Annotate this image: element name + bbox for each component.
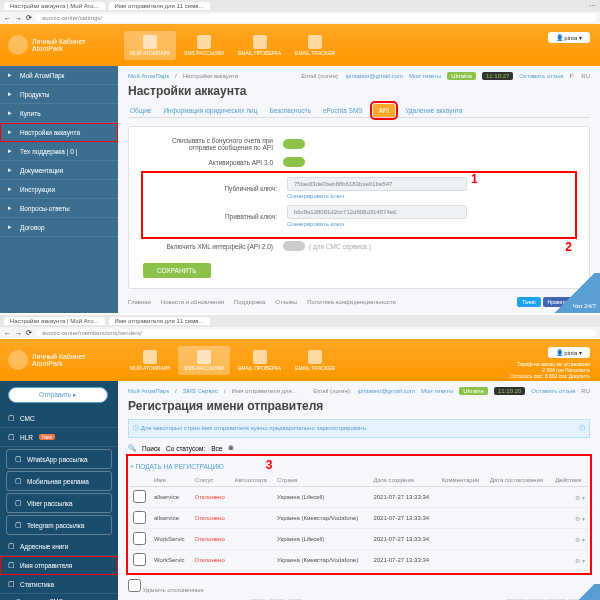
senders-table: ИмяСтатусАвтооплатаСтранаДата созданияКо… xyxy=(130,474,588,571)
table-row: allserviceОтклоненоУкраина (Киевстар/Vod… xyxy=(130,508,588,529)
address-bar: ← → ⟳ atomic.center/settings/ xyxy=(0,12,600,24)
sidebar-item[interactable]: ▢Имя отправителя xyxy=(0,556,118,575)
url-field[interactable]: atomic.center/settings/ xyxy=(36,14,596,22)
bonus-toggle[interactable] xyxy=(283,139,305,149)
sidebar-item[interactable]: ▸Мой АтомПарк xyxy=(0,66,118,85)
row-check[interactable] xyxy=(133,532,146,545)
logo[interactable]: Личный КабинетAtomPark xyxy=(8,350,118,370)
row-check[interactable] xyxy=(133,490,146,503)
sidebar-item[interactable]: ▢Viber рассылка xyxy=(6,493,112,513)
sidebar-item[interactable]: ▸Тех поддержка | 0 | xyxy=(0,142,118,161)
browser-tab[interactable]: Настройки аккаунта | Мой Ато... xyxy=(4,2,105,10)
topnav-item[interactable]: SMS РАССЫЛКИ xyxy=(178,31,230,60)
status-filter[interactable]: Все xyxy=(211,445,222,452)
app-header: Личный КабинетAtomPark МОЙ АТОМПАРКSMS Р… xyxy=(0,24,600,66)
user-button[interactable]: 👤 pinta ▾ xyxy=(548,32,590,43)
private-key-field[interactable]: b6c8a128081d2cc712d808d314574e6 xyxy=(287,205,467,219)
browser-tab[interactable]: Имя отправителя для 11 симв... xyxy=(109,317,210,325)
search-icon: 🔍 xyxy=(128,444,136,452)
footer: ГлавнаяНовости и обновленияПоддержкаОтзы… xyxy=(128,297,590,307)
api2-toggle[interactable] xyxy=(283,241,305,251)
dots-icon: ⋯ xyxy=(589,2,596,10)
topnav-item[interactable]: EMAIL ПРОВЕРКА xyxy=(232,346,287,375)
topnav-item[interactable]: EMAIL ПРОВЕРКА xyxy=(232,31,287,60)
sidebar-item[interactable]: ▢СМС xyxy=(0,409,118,428)
footer-link[interactable]: Отзывы xyxy=(275,299,297,305)
topnav-item[interactable]: МОЙ АТОМПАРК xyxy=(124,31,176,60)
tickets-link[interactable]: Мои тикеты xyxy=(409,73,441,79)
topnav-item[interactable]: EMAIL TRACKER xyxy=(289,346,341,375)
api3-toggle[interactable] xyxy=(283,157,305,167)
reload-icon[interactable]: ⟳ xyxy=(26,329,32,337)
sidebar-item[interactable]: ▸Документация xyxy=(0,161,118,180)
sidebar-item[interactable]: ▸Вопросы-ответы xyxy=(0,199,118,218)
logo[interactable]: Личный КабинетAtomPark xyxy=(8,35,118,55)
tab-0[interactable]: Общие xyxy=(128,104,153,117)
footer-link[interactable]: Поддержка xyxy=(234,299,265,305)
table-row: allserviceОтклоненоУкраина (Lifecell)202… xyxy=(130,487,588,508)
sidebar-item[interactable]: ▸Продукты xyxy=(0,85,118,104)
back-icon[interactable]: ← xyxy=(4,330,11,337)
address-bar: ← → ⟳ atomic.center/members/sms/senders/ xyxy=(0,327,600,339)
user-button[interactable]: 👤 pinta ▾ xyxy=(548,347,590,358)
topnav-item[interactable]: МОЙ АТОМПАРК xyxy=(124,346,176,375)
gen-key-link[interactable]: Сгенерировать ключ xyxy=(287,221,467,227)
top-nav: МОЙ АТОМПАРКSMS РАССЫЛКИEMAIL ПРОВЕРКАEM… xyxy=(124,346,341,375)
fwd-icon[interactable]: → xyxy=(15,330,22,337)
tab-1[interactable]: Информация юридических лиц xyxy=(161,104,259,117)
footer-link[interactable]: Главная xyxy=(128,299,151,305)
top-nav: МОЙ АТОМПАРКSMS РАССЫЛКИEMAIL ПРОВЕРКАEM… xyxy=(124,31,341,60)
sidebar-item[interactable]: ▢Адресные книги xyxy=(0,537,118,556)
gen-key-link[interactable]: Сгенерировать ключ xyxy=(287,193,467,199)
footer-link[interactable]: Политика конфиденциальности xyxy=(307,299,396,305)
content-area: Мой АтомПарк / Настройки аккаунта Email … xyxy=(118,66,600,313)
sidebar-item[interactable]: ▢Статистика xyxy=(0,575,118,594)
gear-icon[interactable]: ⚙ xyxy=(575,495,580,501)
chat-widget[interactable]: Чат 24/7 xyxy=(550,584,600,600)
gear-icon[interactable]: ⚙ xyxy=(575,516,580,522)
register-link[interactable]: + ПОДАТЬ НА РЕГИСТРАЦИЮ xyxy=(130,463,224,470)
flag-icon: 🏳 xyxy=(569,73,575,79)
sidebar-item[interactable]: ▸Купить xyxy=(0,104,118,123)
public-key-field[interactable]: 75bedf3de0beb8ffb6183bae01be547 xyxy=(287,177,467,191)
search-link[interactable]: Поиск xyxy=(142,445,160,452)
browser-tab[interactable]: Имя отправителя для 11 симв... xyxy=(109,2,210,10)
sidebar: Отправить ▸ ▢СМС▢HLRNew▢WhatsApp рассылк… xyxy=(0,381,118,600)
tab-4[interactable]: API xyxy=(373,104,395,117)
sidebar-item[interactable]: ▢HLRNew xyxy=(0,428,118,447)
sidebar-item[interactable]: ▸Договор xyxy=(0,218,118,237)
browser-tab[interactable]: Настройки аккаунта | Мой Ато... xyxy=(4,317,105,325)
tweet-btn[interactable]: Tweet xyxy=(517,297,540,307)
gear-icon[interactable]: ⚙ xyxy=(575,558,580,564)
page-title: Настройки аккаунта xyxy=(128,84,590,98)
close-icon[interactable]: ⊗ xyxy=(228,444,234,452)
sidebar-subitem[interactable]: Статистика СМС xyxy=(8,594,118,600)
topnav-item[interactable]: EMAIL TRACKER xyxy=(289,31,341,60)
chat-widget[interactable]: Чат 24/7 xyxy=(550,273,600,313)
table-row: WorkServicОтклоненоУкраина (Киевстар/Vod… xyxy=(130,550,588,571)
sidebar-item[interactable]: ▢Мобильная реклама xyxy=(6,471,112,491)
sidebar-item[interactable]: ▸Настройки аккаунта xyxy=(0,123,118,142)
tab-3[interactable]: ePochta SMS xyxy=(321,104,365,117)
save-button[interactable]: СОХРАНИТЬ xyxy=(143,263,211,278)
reload-icon[interactable]: ⟳ xyxy=(26,14,32,22)
row-check[interactable] xyxy=(133,511,146,524)
sidebar-item[interactable]: ▢Telegram рассылка xyxy=(6,515,112,535)
tab-2[interactable]: Безопасность xyxy=(267,104,312,117)
marker-1: 1 xyxy=(471,172,478,186)
sidebar-item[interactable]: ▸Инструкции xyxy=(0,180,118,199)
row-check[interactable] xyxy=(133,553,146,566)
send-button[interactable]: Отправить ▸ xyxy=(8,387,108,403)
topnav-item[interactable]: SMS РАССЫЛКИ xyxy=(178,346,230,375)
sidebar-item[interactable]: ▢WhatsApp рассылка xyxy=(6,449,112,469)
browser-tabs: Настройки аккаунта | Мой Ато... Имя отпр… xyxy=(0,315,600,327)
tab-5[interactable]: Удаление аккаунта xyxy=(403,104,464,117)
content-area: Мой АтомПарк / SMS Сервис / Имя отправит… xyxy=(118,381,600,600)
fwd-icon[interactable]: → xyxy=(15,15,22,22)
keys-highlight: 2 Публичный ключ: 75bedf3de0beb8ffb6183b… xyxy=(143,173,575,237)
select-all[interactable] xyxy=(128,579,141,592)
footer-link[interactable]: Новости и обновления xyxy=(161,299,224,305)
gear-icon[interactable]: ⚙ xyxy=(575,537,580,543)
url-field[interactable]: atomic.center/members/sms/senders/ xyxy=(36,329,596,337)
back-icon[interactable]: ← xyxy=(4,15,11,22)
